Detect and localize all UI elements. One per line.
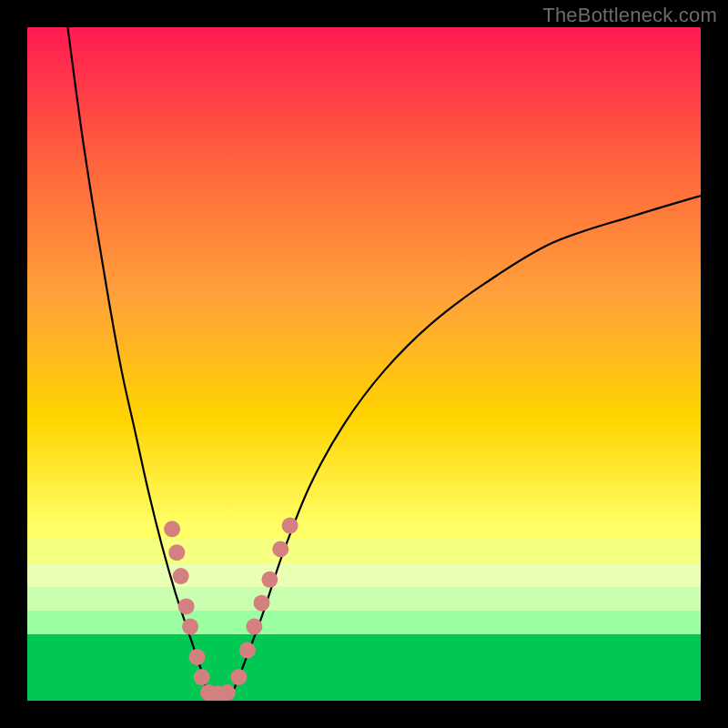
marker-dot-11 [239, 642, 256, 659]
marker-dot-10 [230, 669, 247, 685]
watermark-text: TheBottleneck.com [542, 4, 717, 27]
curve-layer [27, 27, 701, 701]
marker-dot-6 [194, 669, 210, 685]
marker-dots [164, 518, 298, 701]
plot-area [27, 27, 701, 701]
marker-dot-0 [164, 521, 180, 537]
marker-dot-5 [188, 649, 205, 665]
chart-stage: TheBottleneck.com [0, 0, 728, 728]
marker-dot-12 [246, 619, 262, 635]
marker-dot-14 [261, 571, 278, 588]
marker-dot-13 [254, 595, 270, 612]
marker-dot-2 [173, 568, 189, 584]
marker-dot-15 [272, 541, 288, 558]
marker-dot-16 [282, 518, 298, 534]
curve-right-arm [229, 196, 701, 701]
marker-dot-3 [178, 598, 195, 614]
marker-dot-4 [182, 619, 198, 635]
marker-dot-9 [219, 684, 236, 701]
marker-dot-1 [168, 544, 185, 561]
